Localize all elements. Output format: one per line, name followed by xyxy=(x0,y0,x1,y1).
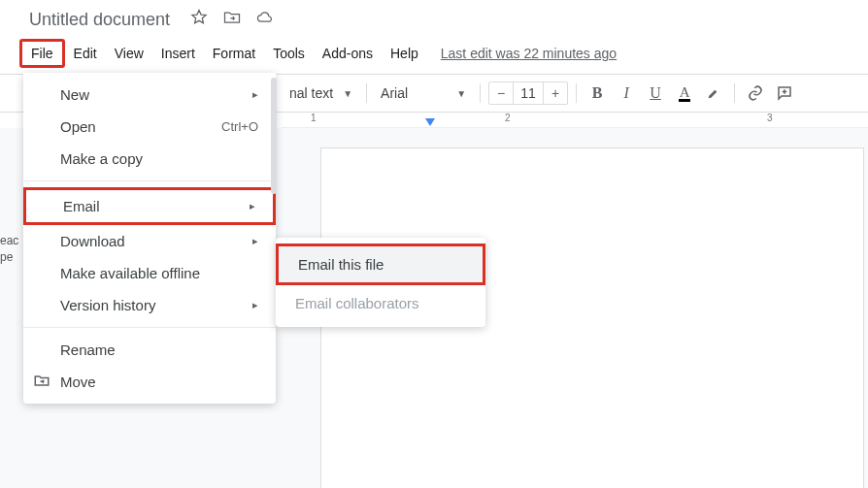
file-dropdown: New OpenCtrl+O Make a copy Email Downloa… xyxy=(23,73,276,404)
separator xyxy=(576,83,577,103)
insert-comment-button[interactable] xyxy=(772,81,797,106)
chevron-down-icon: ▼ xyxy=(343,88,352,99)
menu-move[interactable]: Move xyxy=(23,366,276,398)
menu-view[interactable]: View xyxy=(106,42,152,65)
cloud-status-icon[interactable] xyxy=(255,8,275,31)
menu-open[interactable]: OpenCtrl+O xyxy=(23,111,276,143)
menu-bar: File Edit View Insert Format Tools Add-o… xyxy=(0,35,868,74)
cutoff-text: eac pe xyxy=(0,233,18,266)
separator xyxy=(734,83,735,103)
separator xyxy=(23,180,276,181)
chevron-down-icon: ▼ xyxy=(456,88,466,99)
font-select[interactable]: Arial▼ xyxy=(375,83,472,103)
submenu-email-collaborators: Email collaborators xyxy=(276,285,485,321)
menu-label: Make a copy xyxy=(60,150,143,167)
menu-help[interactable]: Help xyxy=(382,42,427,65)
highlight-button[interactable] xyxy=(701,81,726,106)
italic-button[interactable]: I xyxy=(614,81,639,106)
menu-offline[interactable]: Make available offline xyxy=(23,257,276,289)
separator xyxy=(366,83,367,103)
menu-label: Email this file xyxy=(298,256,384,273)
indent-marker-icon[interactable] xyxy=(425,118,435,126)
menu-label: Download xyxy=(60,233,125,249)
insert-link-button[interactable] xyxy=(743,81,768,106)
text-color-button[interactable]: A xyxy=(672,81,697,106)
font-size-value[interactable]: 11 xyxy=(513,82,544,104)
menu-edit[interactable]: Edit xyxy=(65,42,106,65)
ruler: 1 2 3 xyxy=(282,113,868,128)
paragraph-style-select[interactable]: nal text▼ xyxy=(284,83,358,103)
menu-label: Rename xyxy=(60,342,116,358)
menu-label: Make available offline xyxy=(60,265,200,281)
increase-font-button[interactable]: + xyxy=(544,85,567,101)
menu-file[interactable]: File xyxy=(19,39,65,68)
bold-button[interactable]: B xyxy=(584,81,610,106)
move-to-folder-icon[interactable] xyxy=(222,8,242,31)
menu-rename[interactable]: Rename xyxy=(23,334,276,366)
menu-download[interactable]: Download xyxy=(23,225,276,257)
menu-insert[interactable]: Insert xyxy=(152,42,204,65)
menu-label: New xyxy=(60,86,89,103)
menu-label: Move xyxy=(60,374,96,390)
menu-label: Version history xyxy=(60,297,155,313)
menu-label: Open xyxy=(60,118,96,135)
ruler-tick: 3 xyxy=(767,113,835,123)
last-edit-link[interactable]: Last edit was 22 minutes ago xyxy=(441,46,617,61)
menu-addons[interactable]: Add-ons xyxy=(314,42,382,65)
separator xyxy=(23,327,276,328)
font-size-stepper: − 11 + xyxy=(488,81,568,105)
separator xyxy=(480,83,481,103)
document-title[interactable]: Untitled document xyxy=(29,10,170,30)
dropdown-scrollbar[interactable] xyxy=(271,78,277,194)
ruler-tick: 1 xyxy=(311,113,379,123)
menu-version-history[interactable]: Version history xyxy=(23,289,276,321)
cutoff-line: pe xyxy=(0,249,18,266)
underline-button[interactable]: U xyxy=(643,81,668,106)
menu-new[interactable]: New xyxy=(23,79,276,111)
font-label: Arial xyxy=(381,85,408,101)
title-bar: Untitled document xyxy=(0,0,868,35)
star-icon[interactable] xyxy=(189,8,209,31)
menu-email[interactable]: Email xyxy=(23,187,276,225)
submenu-email-this-file[interactable]: Email this file xyxy=(276,244,485,285)
paragraph-style-label: nal text xyxy=(289,85,333,101)
cutoff-line: eac xyxy=(0,233,18,249)
text-color-label: A xyxy=(679,85,691,102)
move-icon xyxy=(33,372,50,392)
decrease-font-button[interactable]: − xyxy=(489,85,513,101)
menu-tools[interactable]: Tools xyxy=(264,42,314,65)
shortcut-label: Ctrl+O xyxy=(221,119,258,134)
email-submenu: Email this file Email collaborators xyxy=(276,238,485,327)
menu-format[interactable]: Format xyxy=(204,42,264,65)
ruler-tick: 2 xyxy=(505,113,573,123)
menu-make-copy[interactable]: Make a copy xyxy=(23,143,276,175)
menu-label: Email collaborators xyxy=(295,295,419,311)
menu-label: Email xyxy=(63,198,100,214)
